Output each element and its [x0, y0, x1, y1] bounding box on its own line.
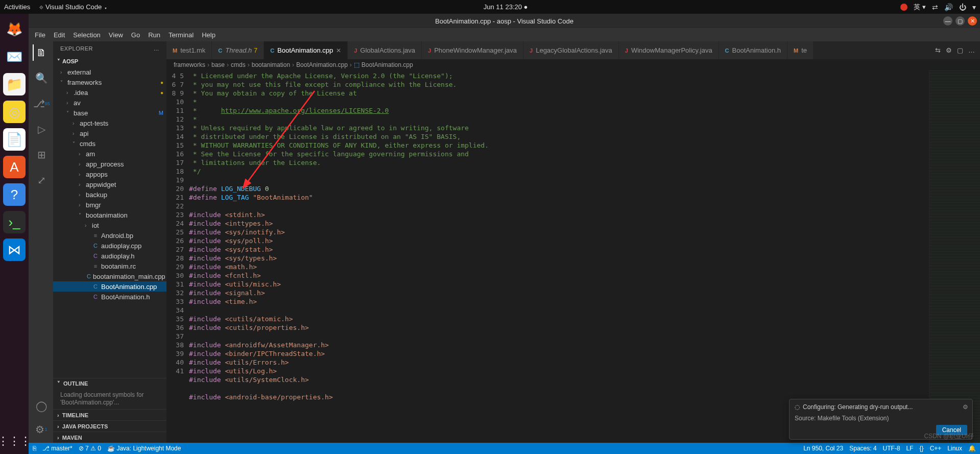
volume-icon[interactable]: 🔊 — [944, 3, 953, 11]
split-editor-icon[interactable]: ▢ — [957, 46, 963, 54]
dock-help-icon[interactable]: ? — [3, 183, 26, 206]
folder-external[interactable]: ›external — [53, 67, 166, 77]
run-config-icon[interactable]: ⚙ — [946, 46, 952, 54]
activity-explorer-icon[interactable]: 🗎 — [33, 44, 49, 61]
dock-terminal-icon[interactable]: ›_ — [3, 211, 26, 233]
menu-edit[interactable]: Edit — [51, 31, 68, 39]
menu-view[interactable]: View — [106, 31, 126, 39]
dock-software-icon[interactable]: A — [3, 156, 26, 178]
file-bootanimation-cpp[interactable]: C BootAnimation.cpp — [53, 281, 166, 292]
maven-section[interactable]: ›MAVEN — [53, 432, 166, 443]
file-audioplay-h[interactable]: C audioplay.h — [53, 251, 166, 261]
status-language[interactable]: C++ — [930, 445, 942, 452]
dock-thunderbird-icon[interactable]: ✉️ — [3, 45, 26, 68]
breadcrumb[interactable]: frameworks›base›cmds›bootanimation›BootA… — [166, 59, 980, 70]
dock-firefox-icon[interactable]: 🦊 — [3, 18, 26, 40]
folder-iot[interactable]: ›iot — [53, 220, 166, 230]
menu-help[interactable]: Help — [199, 31, 219, 39]
folder-frameworks[interactable]: ˅frameworks● — [53, 77, 166, 87]
menu-go[interactable]: Go — [128, 31, 143, 39]
activity-extensions-icon[interactable]: ⊞ — [33, 147, 49, 163]
folder-bmgr[interactable]: ›bmgr — [53, 200, 166, 210]
file-bootanim-rc[interactable]: ≡ bootanim.rc — [53, 261, 166, 271]
sidebar-more-icon[interactable]: … — [154, 45, 160, 52]
outline-section[interactable]: ˅OUTLINE — [53, 378, 166, 389]
tab-windowmanagerpolicy-java[interactable]: JWindowManagerPolicy.java — [619, 41, 719, 59]
tab-overflow-icon[interactable]: ⇆ — [935, 46, 941, 54]
activity-settings-icon[interactable]: ⚙1 — [33, 421, 49, 438]
activity-remote-icon[interactable]: ⤢ — [33, 172, 49, 188]
notification-gear-icon[interactable]: ⚙ — [963, 403, 968, 411]
dock-vscode-icon[interactable]: ⋈ — [3, 238, 26, 261]
status-problems[interactable]: ⊘ 7 ⚠ 0 — [79, 445, 101, 452]
system-menu-icon[interactable]: ▾ — [972, 3, 976, 11]
folder-api[interactable]: ›api — [53, 128, 166, 138]
tab-bootanimation-cpp[interactable]: CBootAnimation.cpp ✕ — [264, 41, 348, 59]
file-bootanimation-h[interactable]: C BootAnimation.h — [53, 292, 166, 302]
tab-phonewindowmanager-java[interactable]: JPhoneWindowManager.java — [422, 41, 523, 59]
status-encoding[interactable]: UTF-8 — [883, 445, 900, 452]
power-icon[interactable]: ⏻ — [959, 3, 966, 11]
breadcrumb-segment[interactable]: cmds — [231, 61, 246, 68]
status-bell[interactable]: 🔔 — [968, 445, 976, 452]
activities-button[interactable]: Activities — [4, 3, 30, 11]
window-close-button[interactable]: ✕ — [968, 16, 977, 26]
breadcrumb-segment[interactable]: bootanimation — [252, 61, 290, 68]
folder-backup[interactable]: ›backup — [53, 189, 166, 200]
folder-bootanimation[interactable]: ˅bootanimation — [53, 210, 166, 220]
file-bootanimation_main-cpp[interactable]: C bootanimation_main.cpp — [53, 271, 166, 281]
status-java-mode[interactable]: ☕ Java: Lightweight Mode — [107, 445, 181, 452]
dock-rhythmbox-icon[interactable]: ◎ — [3, 101, 26, 123]
activity-run-icon[interactable]: ▷ — [33, 121, 49, 137]
menu-terminal[interactable]: Terminal — [165, 31, 197, 39]
java-projects-section[interactable]: ›JAVA PROJECTS — [53, 420, 166, 432]
status-bracket[interactable]: {} — [920, 445, 924, 452]
tab-te[interactable]: Mte — [787, 41, 814, 59]
file-android-bp[interactable]: ≡ Android.bp — [53, 230, 166, 241]
breadcrumb-segment[interactable]: BootAnimation.cpp — [296, 61, 348, 68]
activity-scm-icon[interactable]: ⎇95 — [33, 95, 49, 112]
code-content[interactable]: * Licensed under the Apache License, Ver… — [189, 70, 929, 443]
folder-app_process[interactable]: ›app_process — [53, 159, 166, 169]
window-maximize-button[interactable]: ▢ — [955, 16, 965, 26]
folder-base[interactable]: ˅baseM — [53, 108, 166, 118]
folder-apct-tests[interactable]: ›apct-tests — [53, 118, 166, 128]
status-eol[interactable]: LF — [906, 445, 914, 452]
folder-appwidget[interactable]: ›appwidget — [53, 179, 166, 189]
status-remote-icon[interactable]: ⎘ — [33, 445, 36, 452]
language-indicator[interactable]: 英 ▾ — [914, 3, 926, 12]
status-cursor-pos[interactable]: Ln 950, Col 23 — [803, 445, 843, 452]
notification-dot-icon[interactable] — [900, 4, 907, 11]
breadcrumb-segment[interactable]: frameworks — [174, 61, 205, 68]
activity-search-icon[interactable]: 🔍 — [33, 70, 49, 86]
tab-legacyglobalactions-java[interactable]: JLegacyGlobalActions.java — [523, 41, 619, 59]
more-actions-icon[interactable]: … — [968, 46, 975, 54]
breadcrumb-segment[interactable]: base — [211, 61, 225, 68]
tab-bootanimation-h[interactable]: CBootAnimation.h — [719, 41, 787, 59]
window-minimize-button[interactable]: — — [943, 16, 952, 26]
file-audioplay-cpp[interactable]: C audioplay.cpp — [53, 241, 166, 251]
tab-globalactions-java[interactable]: JGlobalActions.java — [348, 41, 422, 59]
tab-close-icon[interactable]: ✕ — [336, 47, 341, 54]
status-os[interactable]: Linux — [947, 445, 962, 452]
menu-run[interactable]: Run — [145, 31, 163, 39]
tab-thread-h[interactable]: CThread.h 7 — [212, 41, 264, 59]
timeline-section[interactable]: ›TIMELINE — [53, 409, 166, 420]
activity-account-icon[interactable]: ◯ — [33, 398, 49, 414]
folder--idea[interactable]: ›.idea● — [53, 87, 166, 98]
folder-am[interactable]: ›am — [53, 149, 166, 159]
tab-test1-mk[interactable]: Mtest1.mk — [166, 41, 212, 59]
menu-file[interactable]: File — [32, 31, 49, 39]
folder-appops[interactable]: ›appops — [53, 169, 166, 179]
dock-files-icon[interactable]: 📁 — [3, 73, 26, 95]
folder-cmds[interactable]: ˅cmds — [53, 138, 166, 149]
status-branch[interactable]: ⎇ master* — [42, 445, 73, 452]
project-root[interactable]: ˅AOSP — [53, 56, 166, 67]
app-menu[interactable]: ⟐ Visual Studio Code ▾ — [36, 3, 111, 11]
menu-selection[interactable]: Selection — [70, 31, 103, 39]
status-indent[interactable]: Spaces: 4 — [849, 445, 876, 452]
network-icon[interactable]: ⇄ — [932, 3, 938, 11]
dock-libreoffice-icon[interactable]: 📄 — [3, 128, 26, 151]
show-apps-icon[interactable]: ⋮⋮⋮ — [0, 435, 31, 448]
folder-av[interactable]: ›av — [53, 98, 166, 108]
